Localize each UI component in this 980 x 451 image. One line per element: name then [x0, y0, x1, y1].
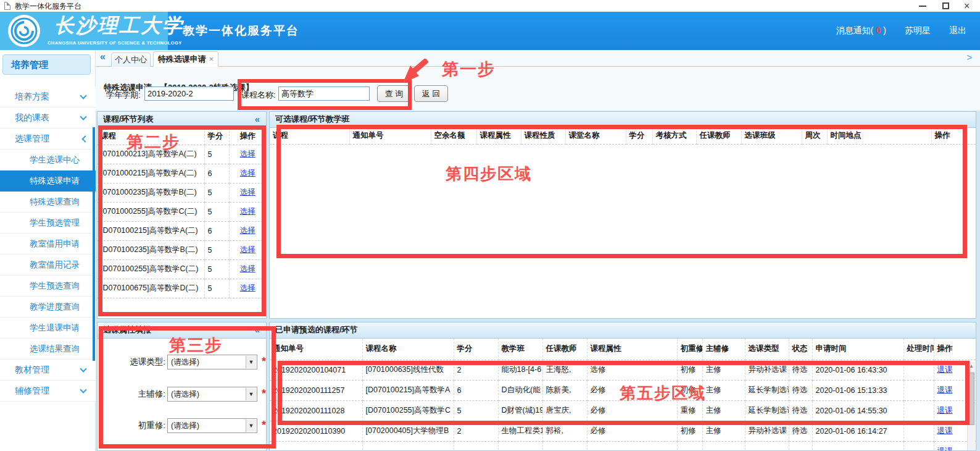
column-header: 空余名额: [431, 128, 476, 144]
required-asterisk: *: [262, 419, 266, 432]
sidebar-item-minor-mgmt[interactable]: 辅修管理: [0, 381, 96, 402]
sidebar-item-training-plan[interactable]: 培养方案: [0, 86, 96, 107]
sidebar-item-course-selection-mgmt[interactable]: 选课管理: [0, 129, 96, 150]
table-header-row: 课程通知单号空余名额课程属性课程性质课堂名称学分考核方式任课教师选课班级周次时间…: [270, 128, 976, 144]
minimize-icon[interactable]: [919, 6, 926, 7]
first-retake-label: 初重修:: [98, 418, 165, 433]
sidebar-section-title[interactable]: 培养管理: [2, 54, 91, 75]
first-retake-cell: 初修: [677, 360, 702, 380]
dropdown-arrow-icon: ▼: [246, 419, 256, 432]
select-link[interactable]: 选择: [240, 150, 255, 158]
selection-type-select[interactable]: (请选择)▼: [167, 355, 257, 369]
credit-cell: 5: [204, 183, 229, 202]
collapse-icon[interactable]: «: [255, 112, 260, 127]
tabs-scroll-right-icon[interactable]: >: [967, 53, 972, 62]
notice-number-cell: 20192020200111257: [270, 380, 362, 400]
sidebar-item-special-selection-apply[interactable]: 特殊选课申请: [0, 171, 96, 192]
chevron-left-icon: [81, 135, 88, 142]
back-button[interactable]: 返 回: [414, 85, 448, 102]
sidebar-item-selection-result-query[interactable]: 选课结果查询: [0, 339, 96, 360]
sidebar-item-student-drop-apply[interactable]: 学生退课申请: [0, 318, 96, 339]
course-attr-cell: 必修: [587, 400, 677, 421]
drop-course-link[interactable]: 退课: [937, 406, 953, 415]
sidebar-item-student-course-center[interactable]: 学生选课中心: [0, 150, 96, 171]
sidebar-item-teaching-progress-query[interactable]: 教学进度查询: [0, 297, 96, 318]
username[interactable]: 苏明星: [905, 25, 931, 36]
table-header-row: 课程 学分 操作: [98, 128, 266, 145]
logout-button[interactable]: 退出: [949, 25, 966, 36]
notifications-link[interactable]: 消息通知(0): [836, 25, 886, 36]
tab-personal-center[interactable]: 个人中心: [111, 53, 151, 67]
sidebar-item-classroom-borrow-records[interactable]: 教室借用记录: [0, 255, 96, 276]
tab-close-icon[interactable]: ×: [209, 54, 214, 64]
course-row: [0701000213]高等数学A(二) 5 选择: [98, 145, 266, 164]
select-link[interactable]: 选择: [240, 264, 255, 273]
credit-cell: [454, 441, 498, 451]
column-header: 教学班: [498, 339, 542, 360]
app-header: 长沙理工大学 CHANGSHA UNIVERSITY OF SCIENCE & …: [0, 12, 980, 50]
app-window: 教学一体化服务平台 × 长沙理工大学 CHANGSHA UNIVERSITY O…: [0, 0, 980, 451]
drop-course-link[interactable]: 退课: [937, 426, 953, 435]
apply-time-cell: 2020-01-06 14:55:30: [812, 400, 903, 421]
course-row: [D070100235]高等数学B(二) 5 选择: [98, 240, 266, 259]
column-header: 选课类型: [745, 339, 789, 360]
course-attr-cell: 必修: [587, 421, 677, 441]
course-attr-cell: 选修: [587, 360, 677, 380]
select-link[interactable]: 选择: [240, 245, 255, 254]
select-link[interactable]: 选择: [240, 226, 255, 235]
tabs-scroll-left-icon[interactable]: «: [100, 51, 106, 62]
process-time-cell: [903, 421, 934, 441]
column-header: 考核方式: [652, 128, 696, 144]
column-header: 主辅修: [702, 339, 745, 360]
applied-preselection-table: 通知单号课程名称学分教学班任课教师课程属性初重修主辅修选课类型状态申请时间处理时…: [270, 339, 976, 451]
close-icon[interactable]: ×: [964, 0, 970, 12]
drop-course-link[interactable]: 退课: [937, 365, 953, 374]
select-link[interactable]: 选择: [240, 188, 255, 196]
select-link[interactable]: 选择: [240, 207, 255, 216]
credit-cell: 6: [204, 164, 229, 183]
available-classes-header: 可选课程/环节教学班: [270, 112, 976, 128]
drop-course-link[interactable]: 退课: [937, 386, 953, 394]
vertical-scrollbar[interactable]: ▲: [967, 362, 975, 451]
chevron-down-icon: [80, 92, 86, 99]
applied-row: 20192020200111028 [D070100255]高等数学C 5 D财…: [270, 400, 976, 421]
scrollbar-up-icon[interactable]: ▲: [968, 362, 975, 371]
scrollbar-thumb[interactable]: [968, 373, 974, 425]
major-minor-cell: [702, 441, 745, 451]
teacher-cell: 王海怒,: [542, 360, 587, 380]
sidebar-item-student-preselect-query[interactable]: 学生预选查询: [0, 276, 96, 297]
course-name-input[interactable]: [278, 86, 370, 101]
applied-preselection-header: 已申请预选的课程/环节: [270, 322, 976, 339]
collapse-icon[interactable]: «: [255, 322, 260, 337]
course-cell: [0701000215]高等数学A(二): [98, 164, 204, 183]
sidebar: 培养管理 培养方案 我的课表 选课管理 学生选课中心 特殊选课申请 特殊选课查询…: [0, 50, 96, 451]
term-input[interactable]: [144, 86, 234, 101]
select-link[interactable]: 选择: [240, 169, 255, 177]
course-name-label: 课程名称:: [241, 90, 276, 101]
search-button[interactable]: 查 询: [377, 85, 411, 102]
first-retake-select[interactable]: (请选择)▼: [167, 418, 257, 433]
select-link[interactable]: 选择: [240, 284, 255, 292]
maximize-icon[interactable]: [942, 2, 949, 9]
drop-course-link[interactable]: 退课: [937, 447, 953, 451]
column-header: 状态: [789, 339, 812, 360]
column-header: 时间地点: [827, 128, 931, 144]
course-name-cell: [0702000405]大学物理B: [362, 421, 454, 441]
sidebar-item-special-selection-query[interactable]: 特殊选课查询: [0, 192, 96, 213]
major-minor-cell: 主修: [702, 421, 745, 441]
required-asterisk: *: [262, 387, 266, 400]
credit-cell: 5: [204, 145, 229, 164]
col-operation: 操作: [229, 128, 266, 145]
major-minor-select[interactable]: (请选择)▼: [167, 387, 257, 402]
platform-title: 教学一体化服务平台: [183, 23, 299, 39]
sidebar-item-student-preselect-mgmt[interactable]: 学生预选管理: [0, 213, 96, 234]
tab-special-selection-apply[interactable]: 特殊选课申请×: [153, 51, 218, 67]
course-row: [0701000255]高等数学C(二) 5 选择: [98, 202, 266, 221]
sidebar-item-textbook-mgmt[interactable]: 教材管理: [0, 360, 96, 381]
major-minor-cell: 主修: [702, 380, 745, 400]
dropdown-arrow-icon: ▼: [246, 388, 256, 400]
sidebar-item-my-timetable[interactable]: 我的课表: [0, 107, 96, 129]
sidebar-item-classroom-borrow-apply[interactable]: 教室借用申请: [0, 234, 96, 255]
selection-type-cell: 延长学制选课: [745, 380, 789, 400]
column-header: 课程名称: [362, 339, 454, 360]
